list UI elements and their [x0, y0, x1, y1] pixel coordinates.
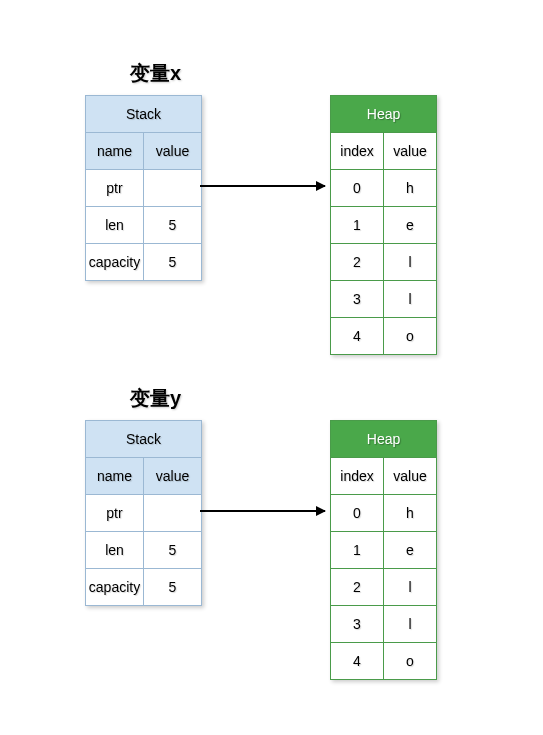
cell: o	[384, 643, 437, 680]
cell: 1	[331, 532, 384, 569]
cell: l	[384, 606, 437, 643]
cell: 4	[331, 318, 384, 355]
cell: 4	[331, 643, 384, 680]
cell: 5	[144, 244, 202, 281]
cell: e	[384, 532, 437, 569]
table-row: 1e	[331, 207, 437, 244]
stack-table-y: Stack name value ptr len 5 capacity 5	[85, 420, 202, 606]
memory-diagram: 变量x Stack name value ptr len 5 capacity …	[0, 0, 543, 735]
cell: 3	[331, 606, 384, 643]
table-row: len 5	[86, 207, 202, 244]
stack-table-x: Stack name value ptr len 5 capacity 5	[85, 95, 202, 281]
heap-table-y: Heap index value 0h 1e 2l 3l 4o	[330, 420, 437, 680]
cell: o	[384, 318, 437, 355]
cell: 0	[331, 495, 384, 532]
table-row: capacity 5	[86, 569, 202, 606]
stack-col-name: name	[86, 458, 144, 495]
cell: e	[384, 207, 437, 244]
table-row: 4o	[331, 318, 437, 355]
table-row: 4o	[331, 643, 437, 680]
cell: h	[384, 495, 437, 532]
heap-col-index: index	[331, 133, 384, 170]
variable-y-title: 变量y	[130, 385, 181, 412]
stack-header: Stack	[86, 421, 202, 458]
cell: l	[384, 281, 437, 318]
cell	[144, 495, 202, 532]
cell	[144, 170, 202, 207]
heap-header: Heap	[331, 421, 437, 458]
cell: ptr	[86, 170, 144, 207]
cell: len	[86, 532, 144, 569]
cell: 5	[144, 207, 202, 244]
cell: 3	[331, 281, 384, 318]
table-row: len 5	[86, 532, 202, 569]
cell: 1	[331, 207, 384, 244]
table-row: 0h	[331, 170, 437, 207]
cell: 2	[331, 244, 384, 281]
cell: ptr	[86, 495, 144, 532]
heap-col-value: value	[384, 133, 437, 170]
variable-x-title: 变量x	[130, 60, 181, 87]
stack-col-value: value	[144, 133, 202, 170]
table-row: 0h	[331, 495, 437, 532]
stack-header: Stack	[86, 96, 202, 133]
cell: 5	[144, 532, 202, 569]
table-row: 3l	[331, 606, 437, 643]
pointer-arrow-x	[200, 185, 325, 187]
heap-table-x: Heap index value 0h 1e 2l 3l 4o	[330, 95, 437, 355]
cell: 2	[331, 569, 384, 606]
stack-col-name: name	[86, 133, 144, 170]
table-row: 3l	[331, 281, 437, 318]
table-row: 2l	[331, 244, 437, 281]
cell: 5	[144, 569, 202, 606]
stack-col-value: value	[144, 458, 202, 495]
table-row: 2l	[331, 569, 437, 606]
heap-col-index: index	[331, 458, 384, 495]
cell: h	[384, 170, 437, 207]
table-row: 1e	[331, 532, 437, 569]
table-row: ptr	[86, 495, 202, 532]
cell: l	[384, 569, 437, 606]
cell: capacity	[86, 569, 144, 606]
pointer-arrow-y	[200, 510, 325, 512]
table-row: capacity 5	[86, 244, 202, 281]
cell: 0	[331, 170, 384, 207]
cell: capacity	[86, 244, 144, 281]
cell: len	[86, 207, 144, 244]
heap-header: Heap	[331, 96, 437, 133]
cell: l	[384, 244, 437, 281]
heap-col-value: value	[384, 458, 437, 495]
table-row: ptr	[86, 170, 202, 207]
